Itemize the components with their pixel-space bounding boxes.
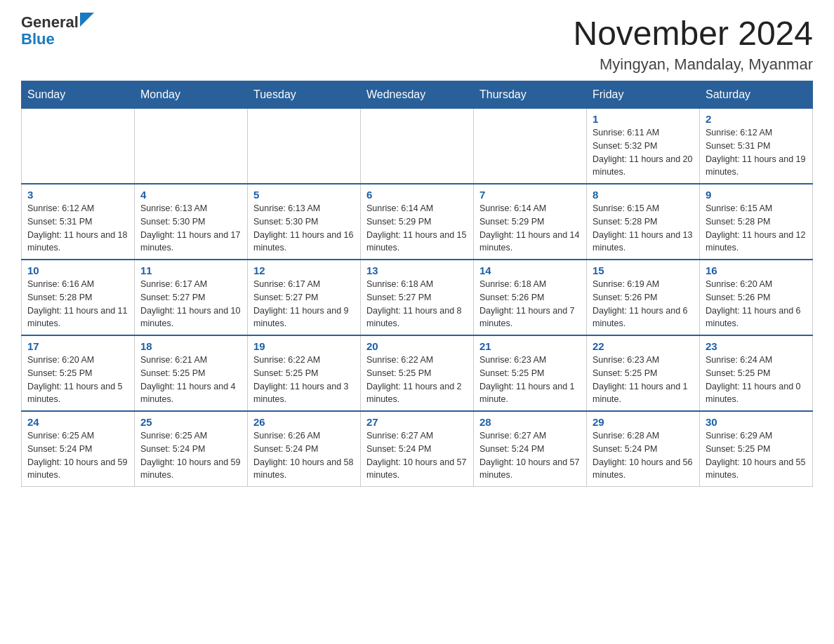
calendar-cell: 4Sunrise: 6:13 AMSunset: 5:30 PMDaylight… [135, 184, 248, 260]
day-info: Sunrise: 6:25 AMSunset: 5:24 PMDaylight:… [27, 429, 128, 482]
day-info: Sunrise: 6:18 AMSunset: 5:27 PMDaylight:… [366, 278, 468, 330]
logo-line1: General [21, 14, 94, 31]
day-info: Sunrise: 6:23 AMSunset: 5:25 PMDaylight:… [593, 354, 694, 406]
calendar-cell: 1Sunrise: 6:11 AMSunset: 5:32 PMDaylight… [587, 109, 700, 185]
day-info: Sunrise: 6:18 AMSunset: 5:26 PMDaylight:… [479, 278, 581, 330]
day-number: 7 [479, 189, 581, 201]
day-number: 12 [253, 264, 355, 276]
calendar-subtitle: Myingyan, Mandalay, Myanmar [573, 55, 813, 74]
calendar-table: SundayMondayTuesdayWednesdayThursdayFrid… [21, 81, 813, 487]
header-saturday: Saturday [700, 81, 813, 109]
day-number: 27 [366, 416, 468, 428]
day-info: Sunrise: 6:21 AMSunset: 5:25 PMDaylight:… [140, 354, 241, 406]
day-number: 19 [253, 340, 355, 352]
page-header: General Blue November 2024 Myingyan, Man… [21, 14, 813, 74]
day-info: Sunrise: 6:22 AMSunset: 5:25 PMDaylight:… [366, 354, 468, 406]
day-info: Sunrise: 6:14 AMSunset: 5:29 PMDaylight:… [479, 202, 581, 255]
day-info: Sunrise: 6:23 AMSunset: 5:25 PMDaylight:… [479, 354, 581, 406]
calendar-cell: 5Sunrise: 6:13 AMSunset: 5:30 PMDaylight… [248, 184, 361, 260]
day-number: 4 [140, 189, 241, 201]
day-info: Sunrise: 6:16 AMSunset: 5:28 PMDaylight:… [27, 278, 128, 330]
calendar-cell [135, 109, 248, 185]
day-info: Sunrise: 6:12 AMSunset: 5:31 PMDaylight:… [706, 126, 807, 179]
day-info: Sunrise: 6:11 AMSunset: 5:32 PMDaylight:… [593, 126, 694, 179]
day-number: 18 [140, 340, 241, 352]
day-number: 30 [706, 416, 807, 428]
calendar-cell: 15Sunrise: 6:19 AMSunset: 5:26 PMDayligh… [587, 260, 700, 335]
day-info: Sunrise: 6:27 AMSunset: 5:24 PMDaylight:… [479, 429, 581, 482]
calendar-cell: 24Sunrise: 6:25 AMSunset: 5:24 PMDayligh… [22, 411, 135, 487]
day-info: Sunrise: 6:15 AMSunset: 5:28 PMDaylight:… [593, 202, 694, 255]
calendar-cell: 11Sunrise: 6:17 AMSunset: 5:27 PMDayligh… [135, 260, 248, 335]
calendar-cell: 16Sunrise: 6:20 AMSunset: 5:26 PMDayligh… [700, 260, 813, 335]
logo-blue-text: Blue [21, 31, 94, 48]
day-info: Sunrise: 6:19 AMSunset: 5:26 PMDaylight:… [593, 278, 694, 330]
day-info: Sunrise: 6:20 AMSunset: 5:26 PMDaylight:… [706, 278, 807, 330]
header-row: SundayMondayTuesdayWednesdayThursdayFrid… [22, 81, 813, 109]
header-wednesday: Wednesday [361, 81, 474, 109]
day-number: 8 [593, 189, 694, 201]
calendar-cell: 10Sunrise: 6:16 AMSunset: 5:28 PMDayligh… [22, 260, 135, 335]
day-number: 17 [27, 340, 128, 352]
logo: General Blue [21, 14, 94, 48]
calendar-cell: 20Sunrise: 6:22 AMSunset: 5:25 PMDayligh… [361, 335, 474, 411]
header-sunday: Sunday [22, 81, 135, 109]
calendar-cell [361, 109, 474, 185]
day-info: Sunrise: 6:25 AMSunset: 5:24 PMDaylight:… [140, 429, 241, 482]
day-number: 26 [253, 416, 355, 428]
day-number: 9 [706, 189, 807, 201]
day-number: 28 [479, 416, 581, 428]
day-info: Sunrise: 6:20 AMSunset: 5:25 PMDaylight:… [27, 354, 128, 406]
calendar-cell: 28Sunrise: 6:27 AMSunset: 5:24 PMDayligh… [474, 411, 587, 487]
day-info: Sunrise: 6:13 AMSunset: 5:30 PMDaylight:… [140, 202, 241, 255]
calendar-cell: 9Sunrise: 6:15 AMSunset: 5:28 PMDaylight… [700, 184, 813, 260]
day-number: 6 [366, 189, 468, 201]
day-info: Sunrise: 6:17 AMSunset: 5:27 PMDaylight:… [140, 278, 241, 330]
week-row-4: 17Sunrise: 6:20 AMSunset: 5:25 PMDayligh… [22, 335, 813, 411]
title-section: November 2024 Myingyan, Mandalay, Myanma… [573, 14, 813, 74]
calendar-title: November 2024 [573, 14, 813, 53]
day-number: 16 [706, 264, 807, 276]
day-number: 22 [593, 340, 694, 352]
day-number: 21 [479, 340, 581, 352]
calendar-cell: 21Sunrise: 6:23 AMSunset: 5:25 PMDayligh… [474, 335, 587, 411]
logo-wrapper: General Blue [21, 14, 94, 48]
day-number: 11 [140, 264, 241, 276]
day-info: Sunrise: 6:27 AMSunset: 5:24 PMDaylight:… [366, 429, 468, 482]
calendar-cell: 12Sunrise: 6:17 AMSunset: 5:27 PMDayligh… [248, 260, 361, 335]
day-info: Sunrise: 6:22 AMSunset: 5:25 PMDaylight:… [253, 354, 355, 406]
day-number: 10 [27, 264, 128, 276]
calendar-header: SundayMondayTuesdayWednesdayThursdayFrid… [22, 81, 813, 109]
day-info: Sunrise: 6:14 AMSunset: 5:29 PMDaylight:… [366, 202, 468, 255]
day-number: 24 [27, 416, 128, 428]
day-number: 2 [706, 113, 807, 125]
calendar-cell: 30Sunrise: 6:29 AMSunset: 5:25 PMDayligh… [700, 411, 813, 487]
day-number: 15 [593, 264, 694, 276]
day-number: 13 [366, 264, 468, 276]
week-row-3: 10Sunrise: 6:16 AMSunset: 5:28 PMDayligh… [22, 260, 813, 335]
day-number: 29 [593, 416, 694, 428]
week-row-2: 3Sunrise: 6:12 AMSunset: 5:31 PMDaylight… [22, 184, 813, 260]
day-info: Sunrise: 6:29 AMSunset: 5:25 PMDaylight:… [706, 429, 807, 482]
header-friday: Friday [587, 81, 700, 109]
day-number: 14 [479, 264, 581, 276]
logo-triangle-icon [80, 13, 94, 27]
calendar-cell: 13Sunrise: 6:18 AMSunset: 5:27 PMDayligh… [361, 260, 474, 335]
calendar-cell: 6Sunrise: 6:14 AMSunset: 5:29 PMDaylight… [361, 184, 474, 260]
calendar-cell: 7Sunrise: 6:14 AMSunset: 5:29 PMDaylight… [474, 184, 587, 260]
header-monday: Monday [135, 81, 248, 109]
day-number: 1 [593, 113, 694, 125]
week-row-5: 24Sunrise: 6:25 AMSunset: 5:24 PMDayligh… [22, 411, 813, 487]
calendar-cell: 26Sunrise: 6:26 AMSunset: 5:24 PMDayligh… [248, 411, 361, 487]
week-row-1: 1Sunrise: 6:11 AMSunset: 5:32 PMDaylight… [22, 109, 813, 185]
day-number: 23 [706, 340, 807, 352]
calendar-cell: 29Sunrise: 6:28 AMSunset: 5:24 PMDayligh… [587, 411, 700, 487]
day-info: Sunrise: 6:15 AMSunset: 5:28 PMDaylight:… [706, 202, 807, 255]
day-info: Sunrise: 6:26 AMSunset: 5:24 PMDaylight:… [253, 429, 355, 482]
day-number: 25 [140, 416, 241, 428]
calendar-cell: 17Sunrise: 6:20 AMSunset: 5:25 PMDayligh… [22, 335, 135, 411]
day-info: Sunrise: 6:17 AMSunset: 5:27 PMDaylight:… [253, 278, 355, 330]
calendar-cell: 27Sunrise: 6:27 AMSunset: 5:24 PMDayligh… [361, 411, 474, 487]
day-info: Sunrise: 6:24 AMSunset: 5:25 PMDaylight:… [706, 354, 807, 406]
calendar-cell: 2Sunrise: 6:12 AMSunset: 5:31 PMDaylight… [700, 109, 813, 185]
